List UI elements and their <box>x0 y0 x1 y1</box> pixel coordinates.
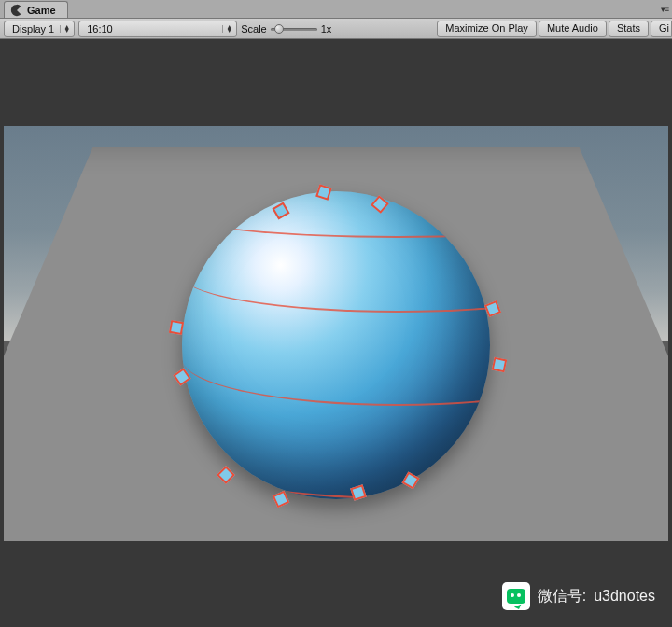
mute-label: Mute Audio <box>547 22 598 34</box>
render-output <box>4 126 668 541</box>
voxel-chip <box>169 320 184 335</box>
voxel-chip <box>350 485 367 502</box>
game-viewport: 微信号: u3dnotes <box>0 39 672 627</box>
voxel-chip <box>491 356 507 372</box>
unity-game-view-window: Game ▾≡ Display 1 ▲▼ 16:10 ▲▼ Scale 1x M… <box>0 0 672 627</box>
watermark-prefix: 微信号: <box>538 587 586 606</box>
maximize-on-play-button[interactable]: Maximize On Play <box>437 21 537 37</box>
updown-icon: ▲▼ <box>60 25 70 33</box>
wechat-watermark: 微信号: u3dnotes <box>502 582 655 610</box>
game-toolbar: Display 1 ▲▼ 16:10 ▲▼ Scale 1x Maximize … <box>0 19 672 39</box>
aspect-dropdown[interactable]: 16:10 ▲▼ <box>78 21 237 37</box>
tab-options[interactable]: ▾≡ <box>68 1 672 18</box>
tab-options-icon: ▾≡ <box>661 5 668 14</box>
speech-tail <box>514 605 524 614</box>
scale-value: 1x <box>317 23 342 35</box>
scale-label: Scale <box>237 23 271 35</box>
aspect-label: 16:10 <box>87 23 113 35</box>
tab-game[interactable]: Game <box>4 1 68 18</box>
display-dropdown[interactable]: Display 1 ▲▼ <box>4 21 75 37</box>
sphere-wireframe <box>182 191 490 499</box>
display-label: Display 1 <box>12 23 54 35</box>
updown-icon: ▲▼ <box>222 25 232 33</box>
wechat-icon <box>502 582 530 610</box>
watermark-handle: u3dnotes <box>594 588 655 605</box>
mute-audio-button[interactable]: Mute Audio <box>539 21 607 37</box>
stats-label: Stats <box>617 22 640 34</box>
gizmos-label: Gi <box>659 22 669 34</box>
speech-bubble-icon <box>507 589 525 604</box>
tab-title: Game <box>27 5 56 16</box>
stats-button[interactable]: Stats <box>609 21 649 37</box>
slider-thumb[interactable] <box>274 24 284 34</box>
voxel-sphere <box>182 191 490 499</box>
maximize-label: Maximize On Play <box>445 22 528 34</box>
pacman-icon <box>10 4 23 17</box>
gizmos-button[interactable]: Gi <box>651 21 672 37</box>
voxel-chip <box>217 466 235 484</box>
tab-strip: Game ▾≡ <box>0 0 672 19</box>
scale-slider[interactable] <box>271 22 317 35</box>
